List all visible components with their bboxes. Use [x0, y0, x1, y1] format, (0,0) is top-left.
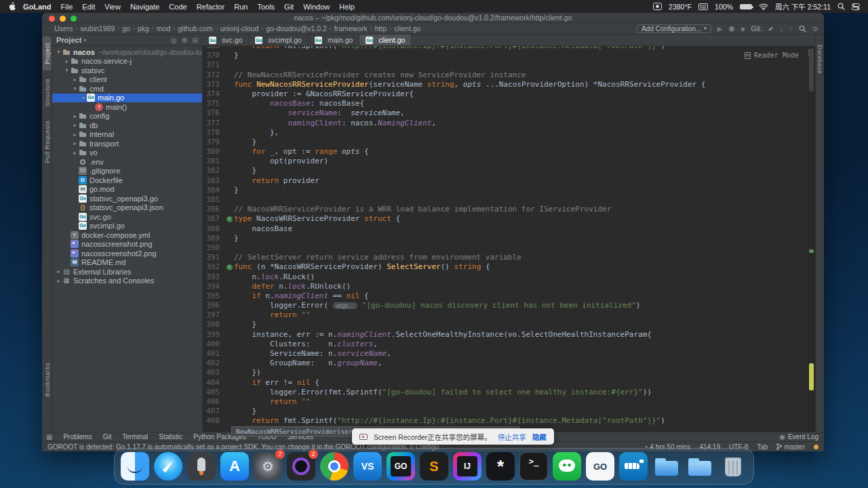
tree-row-nacosscreenshot2-png[interactable]: nacosscreenshot2.png [52, 249, 202, 258]
window-title-bar[interactable]: nacos – ~/pkg/mod/github.com/unionj-clou… [42, 13, 824, 23]
dock-docker-icon[interactable] [619, 452, 648, 481]
menu-item-navigate[interactable]: Navigate [130, 3, 159, 11]
toolwindow-button-problems[interactable]: Problems [63, 433, 92, 441]
code-line-398[interactable]: 398 } [203, 320, 815, 329]
weather-temp[interactable]: 2380°F [669, 3, 692, 11]
code-line-374[interactable]: 374 provider := &NacosRRServiceProvider{ [203, 89, 815, 99]
keyboard-icon[interactable] [698, 3, 708, 10]
menu-item-view[interactable]: View [104, 3, 121, 11]
apple-logo-icon[interactable] [8, 2, 16, 11]
code-line-377[interactable]: 377 namingClient: nacos.NamingClient, [203, 119, 815, 128]
hide-notification-button[interactable]: 隐藏 [532, 432, 547, 442]
tool-stripe-pull-requests[interactable]: Pull Requests [43, 115, 52, 169]
stop-sharing-button[interactable]: 停止共享 [498, 432, 526, 442]
chevron-right-icon[interactable]: ▸ [71, 150, 79, 156]
chevron-right-icon[interactable]: ▸ [55, 278, 62, 284]
dock-terminal-icon[interactable]: >_ [519, 452, 548, 481]
code-editor[interactable]: Reader Mode ⋮ 369 return fmt.Sprintf("ht… [203, 46, 815, 432]
toolwindow-button-git[interactable]: Git [103, 433, 112, 441]
code-line-390[interactable]: 390 [203, 243, 815, 253]
tree-row-svcimpl-go[interactable]: svcimpl.go [52, 222, 202, 231]
code-line-389[interactable]: 389} [203, 234, 815, 243]
toolwindow-button-statistic[interactable]: Statistic [159, 433, 182, 441]
breadcrumb-item-go[interactable]: go [122, 24, 130, 33]
code-line-397[interactable]: 397 return "" [203, 310, 815, 320]
search-everywhere-icon[interactable] [799, 25, 806, 33]
collapse-all-icon[interactable]: ⊟ [193, 37, 198, 44]
dock-utility-icon[interactable]: * [486, 452, 515, 481]
code-line-400[interactable]: 400 Clusters: n.clusters, [203, 340, 815, 349]
code-line-373[interactable]: 373func NewNacosRRServiceProvider(servic… [203, 80, 815, 89]
code-line-402[interactable]: 402 GroupName: n.groupName, [203, 359, 815, 368]
chevron-right-icon[interactable]: ▸ [71, 122, 79, 128]
screen-record-icon[interactable] [653, 3, 662, 10]
tree-row-go-mod[interactable]: go.mod [52, 185, 202, 195]
code-line-399[interactable]: 399 instance, err := n.namingClient.Sele… [203, 330, 815, 340]
git-push-icon[interactable]: ↑ [789, 25, 793, 33]
reader-mode-widget[interactable]: Reader Mode [745, 51, 799, 60]
tool-stripe-bookmarks[interactable]: Bookmarks [43, 357, 52, 403]
tree-row-nacosscreenshot-png[interactable]: nacosscreenshot.png [52, 240, 202, 249]
editor-scrollbar[interactable]: ⋮ [808, 46, 815, 432]
tree-row-main-go[interactable]: ▾main.go [52, 94, 202, 103]
tree-row-statsvc-openapi3-json[interactable]: statsvc_openapi3.json [52, 203, 202, 213]
dock-goland-icon[interactable]: GO [387, 452, 415, 481]
code-line-378[interactable]: 378 }, [203, 128, 815, 138]
tree-row-external-libraries[interactable]: ▸External Libraries [52, 267, 202, 277]
code-line-372[interactable]: 372// NewNacosRRServiceProvider creates … [203, 70, 815, 80]
locate-file-icon[interactable]: ◎ [171, 37, 177, 44]
tree-row-main[interactable]: main() [52, 102, 202, 112]
menu-item-edit[interactable]: Edit [82, 3, 95, 11]
tree-row-nacos[interactable]: ▾nacos~/workspace/cloud/go-doudou-tutori… [52, 47, 202, 57]
menu-item-help[interactable]: Help [339, 3, 355, 11]
tree-row-docker-compose-yml[interactable]: docker-compose.yml [52, 230, 202, 240]
breadcrumb-item-framework[interactable]: framework [334, 24, 368, 33]
dock-wechat-icon[interactable] [553, 452, 581, 481]
run-button[interactable]: ▶ [717, 25, 723, 33]
tool-stripe-database[interactable]: Database [816, 39, 824, 80]
code-line-407[interactable]: 407 } [203, 407, 815, 416]
code-line-405[interactable]: 405 logger.Error(fmt.Sprintf("[go-doudou… [203, 388, 815, 397]
control-center-icon[interactable] [852, 3, 860, 10]
tree-row-db[interactable]: ▸db [52, 121, 202, 130]
code-line-393[interactable]: 393 n.lock.RLock() [203, 272, 815, 282]
dock-trash-icon[interactable] [719, 452, 747, 481]
tree-row-gitignore[interactable]: .gitignore [52, 167, 202, 176]
tool-window-switcher-icon[interactable]: ▦ [46, 433, 52, 441]
battery-icon[interactable] [740, 4, 752, 9]
code-line-408[interactable]: 408 return fmt.Sprintf("http://#{instanc… [203, 416, 815, 426]
breadcrumb-item-http[interactable]: http [375, 24, 387, 33]
code-line-382[interactable]: 382 } [203, 166, 815, 176]
dock-recorder-icon[interactable]: 2 [287, 452, 315, 481]
code-line-404[interactable]: 404 if err != nil { [203, 378, 815, 388]
code-line-387[interactable]: 387↑type NacosWRRServiceProvider struct … [203, 214, 815, 224]
spotlight-search-icon[interactable] [837, 3, 845, 10]
git-update-icon[interactable]: ✔ [768, 25, 774, 33]
menu-item-file[interactable]: File [61, 3, 73, 11]
breadcrumb-item-unionj-cloud[interactable]: unionj-cloud [220, 24, 259, 33]
dock-finder-icon[interactable] [121, 452, 149, 481]
tree-row-statsvc-openapi3-go[interactable]: statsvc_openapi3.go [52, 194, 202, 203]
tree-row-scratches-and-consoles[interactable]: ▸Scratches and Consoles [52, 277, 202, 286]
breadcrumb-item-pkg[interactable]: pkg [138, 24, 149, 33]
git-branch-widget[interactable]: master [776, 443, 805, 451]
chevron-down-icon[interactable]: ▾ [63, 67, 71, 73]
git-pull-icon[interactable]: ↓ [780, 25, 783, 33]
code-line-383[interactable]: 383 return provider [203, 176, 815, 186]
stop-button[interactable]: ■ [741, 25, 745, 33]
tool-stripe-structure[interactable]: Structure [43, 73, 52, 113]
dock-settings-icon[interactable]: 7 [254, 452, 282, 481]
tree-row-client[interactable]: ▸client [52, 75, 202, 85]
dock-idea-icon[interactable]: IJ [453, 452, 481, 481]
chevron-right-icon[interactable]: ▸ [63, 58, 71, 64]
wifi-icon[interactable] [759, 3, 768, 10]
tree-row-readme-md[interactable]: README.md [52, 258, 202, 268]
menu-item-window[interactable]: Window [303, 3, 330, 11]
code-line-370[interactable]: 370} [203, 51, 815, 60]
implemented-marker-icon[interactable]: ↑ [224, 214, 234, 224]
code-line-369[interactable]: 369 return fmt.Sprintf("http://#{instanc… [203, 46, 815, 51]
chevron-right-icon[interactable]: ▸ [71, 131, 79, 138]
background-task-indicator[interactable] [814, 445, 818, 449]
code-line-391[interactable]: 391// SelectServer return service addres… [203, 253, 815, 262]
menu-item-tools[interactable]: Tools [257, 3, 275, 11]
